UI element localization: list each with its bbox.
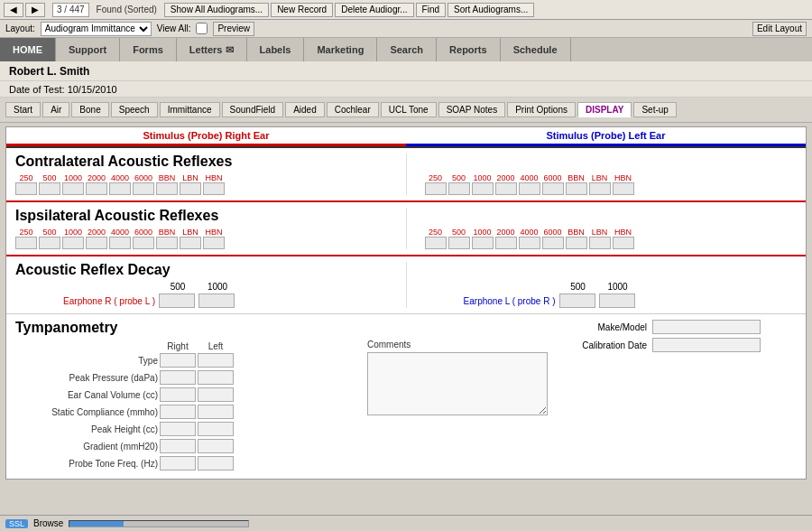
tympa-ptf-left[interactable] [198, 456, 234, 470]
tympa-pp-right[interactable] [160, 370, 196, 385]
ipsi-r-box-6000[interactable] [133, 237, 154, 249]
contra-l-box-6000[interactable] [542, 182, 564, 195]
sub-tab-aided[interactable]: Aided [285, 102, 325, 117]
tympa-sc-right[interactable] [160, 405, 196, 419]
sub-tab-speech[interactable]: Speech [111, 102, 158, 117]
back-button[interactable]: ◀ [4, 3, 23, 17]
sub-tab-air[interactable]: Air [42, 102, 69, 117]
freq-500: 500 [39, 173, 60, 182]
sort-button[interactable]: Sort Audiograms... [448, 3, 534, 17]
contra-l-box-2000[interactable] [495, 182, 517, 195]
delete-button[interactable]: Delete Audiogr... [335, 3, 413, 17]
ipsi-l-box-4000[interactable] [519, 237, 540, 249]
decay-l-box-500[interactable] [559, 293, 595, 308]
ssl-badge: SSL [5, 519, 28, 528]
find-button[interactable]: Find [416, 3, 446, 17]
make-model-input[interactable] [652, 320, 761, 334]
ipsi-l-box-6000[interactable] [542, 237, 564, 249]
ipsi-l-box-lbn[interactable] [589, 237, 611, 249]
tab-forms[interactable]: Forms [120, 38, 177, 61]
edit-layout-button[interactable]: Edit Layout [752, 22, 807, 36]
tympa-ecv-left[interactable] [198, 387, 234, 402]
sub-tab-setup[interactable]: Set-up [633, 102, 676, 117]
ipsi-r-box-bbn[interactable] [156, 237, 178, 249]
tab-letters[interactable]: Letters ✉ [177, 38, 247, 61]
ipsi-r-box-500[interactable] [39, 237, 60, 249]
contra-r-box-lbn[interactable] [180, 182, 201, 195]
ipsi-l-box-250[interactable] [425, 237, 447, 249]
sub-tab-cochlear[interactable]: Cochlear [327, 102, 379, 117]
contra-r-box-2000[interactable] [86, 182, 107, 195]
layout-select[interactable]: Audiogram Immittance [41, 22, 152, 36]
record-counter: 3 / 447 [52, 3, 89, 17]
contra-l-box-bbn[interactable] [566, 182, 587, 195]
view-all-checkbox[interactable] [196, 23, 208, 34]
contra-l-box-250[interactable] [425, 182, 447, 195]
ipsi-r-box-250[interactable] [15, 237, 37, 249]
sub-tab-immittance[interactable]: Immittance [160, 102, 220, 117]
tympa-ph-right[interactable] [160, 422, 196, 436]
tympa-pp-left[interactable] [198, 370, 234, 385]
new-record-button[interactable]: New Record [271, 3, 333, 17]
status-bar: SSL Browse [0, 515, 812, 531]
contra-l-box-500[interactable] [448, 182, 470, 195]
tab-support[interactable]: Support [56, 38, 120, 61]
ipsi-l-box-hbn[interactable] [613, 237, 634, 249]
contra-r-box-1000[interactable] [62, 182, 84, 195]
contra-r-box-500[interactable] [39, 182, 60, 195]
tympa-lbl-peak-pressure: Peak Pressure (daPa) [15, 373, 158, 383]
tympa-row-peak-height: Peak Height (cc) [15, 422, 358, 436]
sub-tab-display[interactable]: DISPLAY [577, 102, 632, 117]
decay-r-box-500[interactable] [159, 293, 195, 308]
contra-l-box-lbn[interactable] [589, 182, 611, 195]
tab-schedule[interactable]: Schedule [501, 38, 571, 61]
decay-l-box-1000[interactable] [599, 293, 635, 308]
ipsi-l-box-bbn[interactable] [566, 237, 587, 249]
tympa-ptf-right[interactable] [160, 456, 196, 470]
preview-button[interactable]: Preview [213, 22, 254, 36]
contra-l-box-4000[interactable] [519, 182, 540, 195]
tympa-grad-left[interactable] [198, 439, 234, 453]
ipsi-r-box-2000[interactable] [86, 237, 107, 249]
show-all-button[interactable]: Show All Audiograms... [164, 3, 269, 17]
sub-tab-ucl-tone[interactable]: UCL Tone [381, 102, 437, 117]
nav-controls: ◀ ▶ [4, 3, 45, 17]
tympa-type-right[interactable] [160, 353, 196, 368]
ipsi-l-box-2000[interactable] [495, 237, 517, 249]
tympa-grad-right[interactable] [160, 439, 196, 453]
decay-freq-1000-l: 1000 [600, 282, 636, 292]
tab-home[interactable]: HOME [0, 38, 56, 61]
ipsi-r-box-hbn[interactable] [203, 237, 225, 249]
contra-r-box-250[interactable] [15, 182, 37, 195]
contra-r-box-bbn[interactable] [156, 182, 178, 195]
tab-search[interactable]: Search [377, 38, 437, 61]
ipsi-r-box-1000[interactable] [62, 237, 84, 249]
make-model-label: Make/Model [557, 322, 647, 332]
sub-tab-print-options[interactable]: Print Options [507, 102, 576, 117]
comments-textarea[interactable] [367, 352, 548, 415]
sub-tab-start[interactable]: Start [5, 102, 41, 117]
ipsi-l-box-1000[interactable] [472, 237, 494, 249]
tympa-ph-left[interactable] [198, 422, 234, 436]
ipsi-l-box-500[interactable] [448, 237, 470, 249]
tab-labels[interactable]: Labels [247, 38, 305, 61]
tab-reports[interactable]: Reports [437, 38, 501, 61]
comments-label: Comments [367, 340, 548, 349]
ipsi-r-box-lbn[interactable] [180, 237, 201, 249]
tympa-ecv-right[interactable] [160, 387, 196, 402]
contra-r-box-4000[interactable] [109, 182, 131, 195]
contra-l-box-1000[interactable] [472, 182, 494, 195]
contra-l-box-hbn[interactable] [613, 182, 634, 195]
contra-r-box-hbn[interactable] [203, 182, 225, 195]
ipsi-r-box-4000[interactable] [109, 237, 131, 249]
sub-tab-soundfield[interactable]: SoundField [222, 102, 284, 117]
decay-r-box-1000[interactable] [198, 293, 235, 308]
tympa-sc-left[interactable] [198, 405, 234, 419]
calibration-date-input[interactable] [652, 338, 761, 352]
contra-r-box-6000[interactable] [133, 182, 154, 195]
forward-button[interactable]: ▶ [25, 3, 45, 17]
sub-tab-soap-notes[interactable]: SOAP Notes [438, 102, 506, 117]
sub-tab-bone[interactable]: Bone [71, 102, 108, 117]
tab-marketing[interactable]: Marketing [304, 38, 377, 61]
tympa-type-left[interactable] [198, 353, 234, 368]
